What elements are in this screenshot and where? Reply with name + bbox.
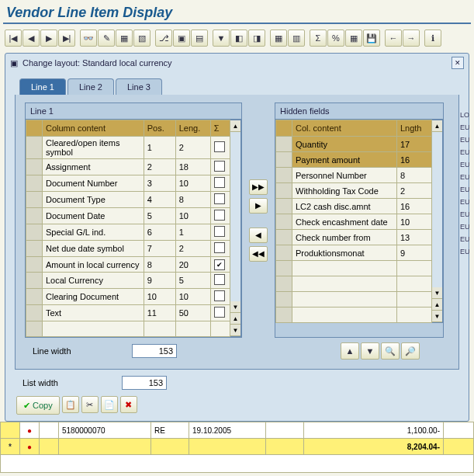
edit-icon[interactable]: ✎ (98, 30, 115, 47)
table-row[interactable]: Clearing Document1010 (26, 289, 230, 305)
col-header-pos[interactable]: Pos. (144, 120, 175, 137)
data-grid-strip: ● 5180000070 RE 19.10.2005 1,100.00- * ●… (0, 422, 474, 476)
scroll-up2-icon[interactable]: ▲ (230, 313, 240, 325)
fwd-icon[interactable]: → (403, 30, 420, 47)
paste-icon[interactable]: 📄 (101, 396, 118, 413)
displayed-fields-box: Line 1 Column content Pos. Leng. Σ Clear… (25, 102, 242, 338)
right-box-title: Hidden fields (275, 103, 443, 120)
last-icon[interactable]: ▶| (58, 30, 75, 47)
doc-icon[interactable]: ▣ (173, 30, 190, 47)
sort-asc-icon[interactable]: ▲ (341, 342, 359, 360)
panel-title: Change layout: Standard local currency (22, 58, 172, 68)
scroll-down-icon[interactable]: ▼ (230, 301, 240, 313)
table-row[interactable]: Personnel Number8 (276, 168, 432, 183)
list-width-input[interactable] (122, 376, 167, 390)
cancel-icon[interactable]: ✖ (120, 396, 137, 413)
page-title: Vendor Line Item Display (0, 0, 474, 23)
bg-date: 19.10.2005 (189, 422, 266, 439)
tab-line3[interactable]: Line 3 (116, 78, 162, 95)
scroll-up-icon[interactable]: ▲ (230, 120, 240, 132)
scroll-up4-icon[interactable]: ▲ (432, 299, 442, 311)
table-row[interactable]: Check encashment date10 (276, 214, 432, 230)
grid-icon[interactable]: ▦ (270, 30, 287, 47)
hidden-fields-box: Hidden fields Col. content Lngth Quantit… (275, 102, 444, 338)
col-header-len[interactable]: Leng. (175, 120, 210, 137)
line-width-label: Line width (26, 346, 126, 356)
line-width-input[interactable] (132, 344, 177, 358)
close-icon[interactable]: ✕ (452, 57, 464, 69)
table-row[interactable]: Document Date510 (26, 208, 230, 224)
tab-line1[interactable]: Line 1 (19, 78, 66, 95)
table-row[interactable]: Document Number310 (26, 175, 230, 192)
col-header-len2[interactable]: Lngth (396, 120, 431, 137)
scroll-down3-icon[interactable]: ▼ (432, 287, 442, 299)
col-header-sum-icon[interactable]: Σ (210, 120, 230, 137)
table-row[interactable]: Net due date symbol72 (26, 241, 230, 257)
displayed-fields-grid[interactable]: Column content Pos. Leng. Σ Cleared/open… (26, 120, 230, 337)
chart-icon[interactable]: ▦ (345, 30, 362, 47)
col-header-content[interactable]: Column content (43, 120, 144, 137)
prev-icon[interactable]: ◀ (22, 30, 40, 47)
sort-desc-icon[interactable]: ▼ (361, 342, 379, 360)
move-left-all-icon[interactable]: ◀◀ (249, 246, 268, 262)
panel-icon: ▣ (10, 58, 18, 68)
copy-button[interactable]: ✔ Copy (16, 396, 60, 415)
scroll-down4-icon[interactable]: ▼ (432, 311, 442, 322)
main-toolbar: |◀ ◀ ▶ ▶| 👓 ✎ ▦ ▧ ⎇ ▣ ▤ ▼ ◧ ◨ ▦ ▥ Σ % ▦ … (0, 27, 474, 49)
layout-panel: ▣ Change layout: Standard local currency… (5, 53, 469, 422)
scrollbar-track2[interactable] (432, 132, 442, 287)
col-header-content2[interactable]: Col. content (292, 120, 397, 137)
table-row[interactable]: Check number from13 (276, 230, 432, 245)
bg-type: RE (151, 422, 189, 439)
first-icon[interactable]: |◀ (5, 30, 22, 47)
layout2-icon[interactable]: ▧ (133, 30, 151, 47)
move-right-all-icon[interactable]: ▶▶ (249, 179, 268, 195)
table-row[interactable]: Special G/L ind.61 (26, 224, 230, 241)
select-icon[interactable]: ◧ (230, 30, 247, 47)
bg-amt: 1,100.00- (304, 422, 444, 439)
table-row[interactable]: Quantity17 (276, 137, 432, 152)
copy-label: Copy (33, 401, 53, 410)
scroll-down2-icon[interactable]: ▼ (230, 325, 240, 336)
scroll-up3-icon[interactable]: ▲ (432, 120, 442, 132)
back-icon[interactable]: ← (385, 30, 402, 47)
tree-icon[interactable]: ⎇ (155, 30, 172, 47)
grid2-icon[interactable]: ▥ (288, 30, 305, 47)
percent-icon[interactable]: % (327, 30, 344, 47)
bg-doc: 5180000070 (59, 422, 151, 439)
table-row[interactable]: Cleared/open items symbol12 (26, 137, 230, 159)
table-row[interactable]: Local Currency95 (26, 273, 230, 289)
sum-icon[interactable]: Σ (310, 30, 327, 47)
left-box-title: Line 1 (26, 103, 241, 120)
scrollbar-track[interactable] (230, 132, 240, 301)
glasses-icon[interactable]: 👓 (80, 30, 97, 47)
layout1-icon[interactable]: ▦ (116, 30, 133, 47)
sheet-icon[interactable]: ▤ (191, 30, 208, 47)
find-icon[interactable]: 🔍 (381, 342, 400, 360)
move-right-icon[interactable]: ▶ (249, 198, 268, 214)
save-icon[interactable]: 💾 (363, 30, 380, 47)
cut-icon[interactable]: ✂ (81, 396, 99, 413)
table-row[interactable]: Withholding Tax Code2 (276, 183, 432, 199)
move-left-icon[interactable]: ◀ (249, 228, 268, 243)
table-row[interactable]: Document Type48 (26, 192, 230, 208)
table-row[interactable]: Payment amount16 (276, 152, 432, 168)
filter-icon[interactable]: ▼ (213, 30, 230, 47)
find-next-icon[interactable]: 🔎 (401, 342, 420, 360)
next-icon[interactable]: ▶ (40, 30, 57, 47)
clipboard-icon[interactable]: 📋 (62, 396, 79, 413)
table-row[interactable]: LC2 cash disc.amnt16 (276, 199, 432, 214)
table-row[interactable]: Assignment218 (26, 159, 230, 175)
table-row[interactable]: Amount in local currency820✔ (26, 257, 230, 273)
deselect-icon[interactable]: ◨ (248, 30, 265, 47)
hidden-fields-grid[interactable]: Col. content Lngth Quantity17Payment amo… (275, 120, 432, 323)
info-icon[interactable]: ℹ (424, 30, 441, 47)
tab-line2[interactable]: Line 2 (67, 78, 114, 95)
list-width-label: List width (16, 378, 116, 387)
table-row[interactable]: Produktionsmonat9 (276, 245, 432, 261)
table-row[interactable]: Text1150 (26, 305, 230, 321)
total-amount: 8,204.04- (304, 439, 444, 455)
move-buttons: ▶▶ ▶ ◀ ◀◀ (244, 102, 273, 338)
